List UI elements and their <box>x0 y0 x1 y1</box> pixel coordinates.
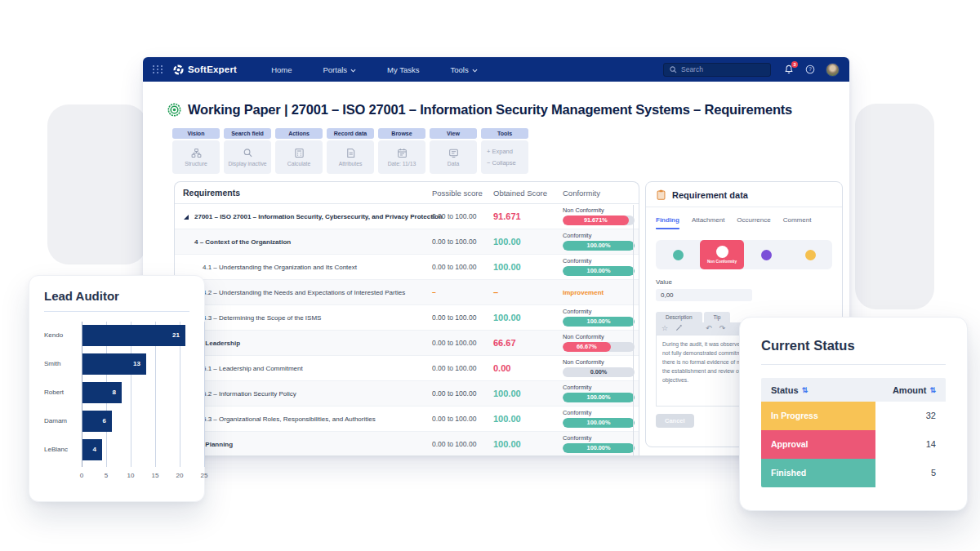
toolbar-group-browse: BrowseDate: 11/13 <box>378 128 425 174</box>
finding-option-conformity[interactable] <box>656 240 700 269</box>
status-column-sort[interactable]: Status⇅ <box>761 385 875 395</box>
table-row[interactable]: 5.3 – Organizational Roles, Responsibili… <box>175 407 639 432</box>
favorite-icon[interactable]: ☆ <box>662 325 668 332</box>
obtained-score-value: 100.00 <box>493 255 521 280</box>
calendar-icon <box>397 148 408 158</box>
toolbar-button-data[interactable]: Data <box>430 140 477 174</box>
toolbar-button-expand-collapse[interactable]: + Expand− Collapse <box>481 140 528 174</box>
magic-wand-icon[interactable] <box>675 324 683 333</box>
conformity-progress-pill: 66.67% <box>563 342 635 352</box>
status-row-approval[interactable]: Approval14 <box>761 430 946 459</box>
editor-tab-tip[interactable]: Tip <box>704 312 731 322</box>
possible-score-value: 0.00 to 100.00 <box>432 331 476 356</box>
brand-logo[interactable]: SoftExpert <box>173 64 237 75</box>
finding-option-observation[interactable] <box>744 240 788 269</box>
collapse-triangle-icon[interactable] <box>184 215 189 220</box>
requirement-data-tabs: FindingAttachmentOccurrenceComment <box>646 207 842 229</box>
table-row[interactable]: 5.1 – Leadership and Commitment0.00 to 1… <box>175 356 639 381</box>
nav-item-my-tasks[interactable]: My Tasks <box>387 65 419 74</box>
undo-icon[interactable]: ↶ <box>706 325 712 332</box>
nav-item-portals[interactable]: Portals <box>323 65 357 74</box>
conformity-cell: Conformity100.00% <box>563 308 635 327</box>
finding-option-improvement[interactable] <box>788 240 832 269</box>
amount-column-sort[interactable]: Amount⇅ <box>875 385 946 395</box>
value-input[interactable] <box>656 289 752 301</box>
structure-icon <box>191 148 202 158</box>
table-row[interactable]: 5 – Leadership0.00 to 100.0066.67Non Con… <box>175 331 639 356</box>
table-row[interactable]: 4.3 – Determining the Scope of the ISMS0… <box>175 305 639 331</box>
conformity-progress-pill: 100.00% <box>563 241 635 251</box>
bar-value-label: 8 <box>113 382 116 403</box>
finding-option-non-conformity[interactable]: Non Conformity <box>700 240 744 269</box>
y-axis-category-label: LeBlanc <box>44 439 77 460</box>
obtained-score-value: 91.671 <box>493 204 521 229</box>
conformity-progress-pill: 100.00% <box>563 418 635 428</box>
table-row[interactable]: 4 – Context of the Organization0.00 to 1… <box>175 229 639 255</box>
nav-menu: HomePortalsMy TasksTools <box>271 65 478 74</box>
nav-item-home[interactable]: Home <box>271 65 292 74</box>
status-name-cell: Finished <box>761 459 875 487</box>
notification-badge: 3 <box>791 61 798 68</box>
search-box[interactable] <box>663 63 771 77</box>
status-row-in-progress[interactable]: In Progress32 <box>761 402 946 430</box>
magnifier-icon <box>243 148 253 158</box>
sort-icon: ⇅ <box>929 386 936 394</box>
cancel-button[interactable]: Cancel <box>656 414 694 428</box>
status-row-finished[interactable]: Finished5 <box>761 459 946 487</box>
app-grid-icon[interactable] <box>153 65 163 73</box>
toolbar-button-display-inactive[interactable]: Display inactive <box>224 140 271 174</box>
pill-percent-label: 100.00% <box>563 266 635 276</box>
requirement-label: 4.1 – Understanding the Organization and… <box>203 255 357 280</box>
toolbar-button-label[interactable]: − Collapse <box>487 159 516 167</box>
bar-smith: 13 <box>82 353 146 375</box>
requirement-label: 4.3 – Determining the Scope of the ISMS <box>203 305 321 331</box>
bar-value-label: 4 <box>93 439 96 460</box>
conformity-label: Conformity <box>563 308 635 315</box>
table-row[interactable]: 5.2 – Information Security Policy0.00 to… <box>175 381 639 407</box>
data-icon <box>448 148 459 158</box>
toolbar-button-label[interactable]: + Expand <box>487 148 513 155</box>
obtained-score-value: 0.00 <box>493 356 510 381</box>
lead-auditor-title: Lead Auditor <box>44 289 189 303</box>
toolbar-button-date-11-13[interactable]: Date: 11/13 <box>378 140 425 174</box>
user-avatar[interactable] <box>826 63 840 77</box>
requirement-label: 5.2 – Information Security Policy <box>203 381 296 407</box>
table-row[interactable]: 4.1 – Understanding the Organization and… <box>175 255 639 280</box>
possible-score-value: 0.00 to 100.00 <box>432 407 476 432</box>
tab-comment[interactable]: Comment <box>783 216 812 229</box>
tab-attachment[interactable]: Attachment <box>692 216 724 229</box>
possible-score-value: 0.00 to 100.00 <box>432 204 476 229</box>
lead-auditor-card: Lead Auditor 0510152025Kendo21Smith13Rob… <box>29 275 205 502</box>
status-amount-cell: 32 <box>875 402 946 430</box>
redo-icon[interactable]: ↷ <box>719 325 726 332</box>
toolbar-group-tools: Tools+ Expand− Collapse <box>481 128 528 174</box>
bar-kendo: 21 <box>82 325 185 346</box>
softexpert-logo-icon <box>173 64 184 75</box>
possible-score-value: 0.00 to 100.00 <box>432 229 476 255</box>
editor-tab-description[interactable]: Description <box>656 312 702 322</box>
toolbar-group-record-data: Record dataAttributes <box>327 128 374 174</box>
toolbar-button-attributes[interactable]: Attributes <box>327 140 374 174</box>
toolbar-group-title: Search field <box>224 128 271 139</box>
x-axis-tick-label: 15 <box>147 472 163 479</box>
notifications-button[interactable]: 3 <box>784 64 794 74</box>
table-row[interactable]: 27001 – ISO 27001 – Information Security… <box>175 204 639 229</box>
conformity-cell: Conformity100.00% <box>563 232 635 251</box>
conformity-label: Conformity <box>563 384 635 391</box>
table-row[interactable]: 6 – Planning0.00 to 100.00100.00Conformi… <box>175 432 639 455</box>
tab-occurrence[interactable]: Occurrence <box>737 216 770 229</box>
search-input[interactable] <box>681 65 763 73</box>
toolbar-group-title: Actions <box>275 128 323 139</box>
conformity-label: Conformity <box>563 434 635 442</box>
toolbar-button-structure[interactable]: Structure <box>172 140 220 174</box>
tab-finding[interactable]: Finding <box>656 216 679 229</box>
table-row[interactable]: 4.2 – Understanding the Needs and Expect… <box>175 280 639 305</box>
toolbar-group-search-field: Search fieldDisplay inactive <box>224 128 271 174</box>
requirements-scrollbar[interactable] <box>633 205 634 455</box>
obtained-score-value: 100.00 <box>493 305 521 331</box>
help-button[interactable]: ? <box>805 64 815 74</box>
toolbar-button-calculate[interactable]: Calculate <box>275 140 323 174</box>
nav-item-tools[interactable]: Tools <box>451 65 478 74</box>
obtained-score-value: – <box>493 280 498 305</box>
possible-score-value: 0.00 to 100.00 <box>432 305 476 331</box>
